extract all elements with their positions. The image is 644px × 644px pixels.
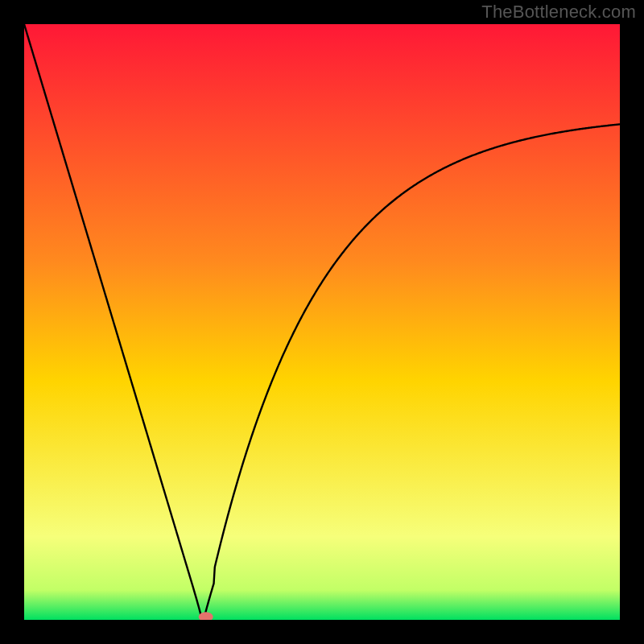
watermark-text: TheBottleneck.com [481,2,636,23]
chart-svg [24,24,620,620]
plot-area [24,24,620,620]
chart-frame: TheBottleneck.com [0,0,644,644]
